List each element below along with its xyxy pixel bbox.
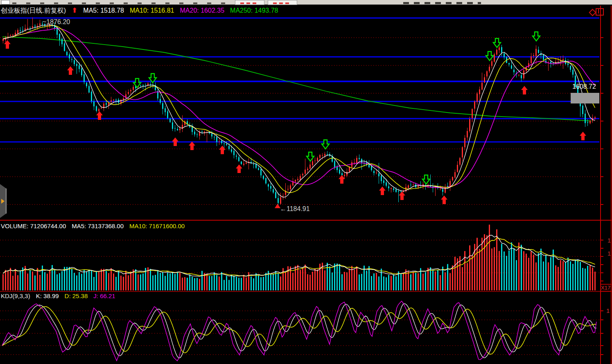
kdj-d-value: D: 25.38	[65, 292, 88, 299]
kdj-j-value: J: 66.21	[93, 292, 115, 299]
buy-arrow-icon	[236, 164, 242, 173]
high-price-annotation: ~1876.20	[43, 18, 70, 26]
buy-arrow-icon	[441, 195, 447, 204]
buy-arrow-icon	[399, 191, 405, 200]
ma20-value: MA20: 1602.35	[180, 7, 225, 14]
volume-bars	[2, 225, 596, 290]
buy-arrow-icon	[219, 146, 226, 154]
kdj-axis-label: 1	[606, 307, 610, 314]
candlesticks	[2, 18, 596, 206]
buy-arrow-icon	[339, 175, 345, 184]
buy-arrow-icon	[4, 40, 11, 49]
restore-window-icon[interactable]	[596, 8, 604, 16]
trading-app-window: 创业板指(日线.前复权)⬆MA5: 1518.78MA10: 1516.81MA…	[0, 0, 612, 364]
up-arrow-icon: ⬆	[72, 7, 77, 14]
volume-pane-header: VOLUME: 71206744.00MA5: 73137368.00MA10:…	[1, 222, 190, 229]
volume-ma10-value: MA10: 71671600.00	[129, 222, 185, 229]
ma5-value: MA5: 1518.78	[83, 7, 124, 14]
buy-arrow-icon	[521, 86, 528, 94]
sidebar-expand-handle[interactable]	[0, 184, 7, 218]
sell-arrow-icon	[133, 79, 141, 88]
ma5-line	[3, 25, 595, 198]
trend-lines[interactable]	[0, 18, 599, 142]
buy-arrow-icon	[580, 132, 586, 140]
price-highlight-box	[571, 93, 599, 103]
chart-canvas[interactable]	[0, 0, 612, 364]
kdj-k-line	[2, 303, 596, 358]
volume-axis-label: 1	[607, 237, 611, 244]
sell-arrow-icon	[422, 175, 430, 184]
kdj-d-line	[2, 307, 596, 355]
ma10-value: MA10: 1516.81	[130, 7, 174, 14]
volume-value: VOLUME: 71206744.00	[1, 222, 66, 229]
volume-axis-label: 1	[607, 250, 611, 257]
kdj-j-line	[2, 301, 596, 361]
last-price-label: 1608.72	[572, 83, 596, 90]
ma250-line	[2, 37, 592, 121]
volume-multiplier-label: X17	[601, 284, 612, 291]
buy-arrow-icon	[379, 186, 386, 195]
sell-arrow-icon	[493, 38, 501, 47]
sell-arrow-icon	[322, 140, 329, 149]
sell-arrow-icon	[307, 152, 314, 161]
buy-arrow-icon	[67, 66, 74, 75]
sell-arrow-icon	[533, 32, 540, 41]
main-pane-header: 创业板指(日线.前复权)⬆MA5: 1518.78MA10: 1516.81MA…	[1, 6, 284, 15]
ma250-value: MA250: 1493.78	[230, 7, 278, 14]
sell-arrow-icon	[486, 52, 493, 61]
kdj-name[interactable]: KDJ(9,3,3)	[1, 292, 30, 299]
kdj-k-value: K: 38.99	[36, 292, 59, 299]
low-price-annotation: ←1184.91	[280, 205, 310, 213]
volume-ma5-value: MA5: 73137368.00	[72, 222, 124, 229]
gridlines	[0, 38, 599, 355]
ma20-line	[3, 29, 595, 188]
kdj-pane-header: KDJ(9,3,3)K: 38.99D: 25.38J: 66.21	[1, 292, 121, 299]
expand-arrow-icon	[1, 199, 5, 204]
ma10-line	[3, 25, 595, 193]
symbol-title[interactable]: 创业板指(日线.前复权)	[1, 7, 66, 14]
